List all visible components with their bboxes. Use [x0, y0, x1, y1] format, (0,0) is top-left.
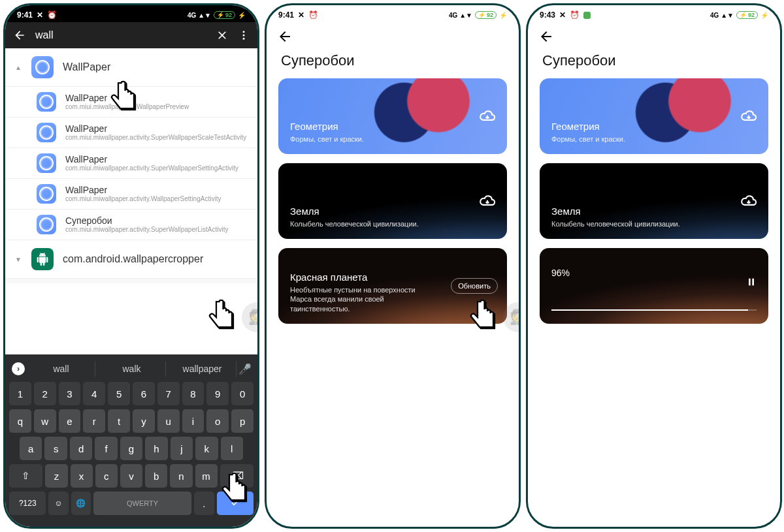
- key[interactable]: 5: [108, 382, 130, 405]
- card-subtitle: Колыбель человеческой цивилизации.: [551, 219, 695, 228]
- download-icon[interactable]: [740, 192, 758, 210]
- card-mars[interactable]: Красная планета Необъятные пустыни на по…: [278, 248, 507, 324]
- back-icon[interactable]: [538, 29, 554, 44]
- key[interactable]: 8: [182, 382, 204, 405]
- emoji-key[interactable]: ☺: [48, 492, 68, 515]
- alarm-icon: ⏰: [308, 10, 318, 20]
- key[interactable]: p: [231, 409, 253, 433]
- charge-icon: ⚡: [499, 12, 507, 19]
- chevron-up-icon: ▲: [14, 64, 22, 71]
- key[interactable]: m: [195, 464, 218, 488]
- key[interactable]: 4: [83, 382, 105, 405]
- back-icon[interactable]: [277, 29, 293, 44]
- key[interactable]: e: [59, 409, 81, 433]
- key[interactable]: v: [120, 464, 142, 488]
- backspace-key[interactable]: ⌫: [220, 464, 253, 488]
- activity-item[interactable]: Суперобоиcom.miui.miwallpaper.activity.S…: [5, 210, 257, 240]
- recording-icon: [583, 12, 591, 19]
- expand-icon[interactable]: ›: [12, 362, 25, 375]
- clear-icon[interactable]: [216, 29, 229, 42]
- status-time: 9:43: [540, 10, 555, 20]
- activity-item[interactable]: WallPapercom.miui.miwallpaper.activity.S…: [5, 148, 257, 179]
- symbols-key[interactable]: ?123: [9, 492, 46, 515]
- back-icon[interactable]: [13, 29, 26, 42]
- card-geometry[interactable]: Геометрия Формы, свет и краски.: [540, 78, 768, 154]
- activity-item[interactable]: WallPapercom.miui.miwallpaper.activity.W…: [5, 179, 257, 210]
- key[interactable]: u: [157, 409, 180, 433]
- key[interactable]: 7: [157, 382, 180, 405]
- network-icon: 4G ▲▼: [449, 12, 472, 19]
- key[interactable]: l: [221, 437, 243, 460]
- key[interactable]: 1: [9, 382, 31, 405]
- card-title: Земля: [551, 206, 757, 217]
- key[interactable]: 3: [59, 382, 81, 405]
- key[interactable]: x: [71, 464, 93, 488]
- enter-key[interactable]: [217, 492, 253, 515]
- suggestion[interactable]: wallpaper: [169, 361, 237, 377]
- download-icon[interactable]: [740, 107, 758, 125]
- key[interactable]: 6: [133, 382, 155, 405]
- card-earth[interactable]: Земля Колыбель человеческой цивилизации.: [540, 163, 768, 239]
- status-time: 9:41: [17, 10, 33, 20]
- key[interactable]: h: [145, 437, 167, 460]
- card-subtitle: Колыбель человеческой цивилизации.: [290, 219, 434, 228]
- overflow-icon[interactable]: [238, 29, 250, 41]
- wallpaper-app-icon: [37, 92, 56, 112]
- keyboard: › wall walk wallpaper 🎤 1234567890 qwert…: [5, 354, 257, 527]
- key[interactable]: s: [44, 437, 67, 460]
- key[interactable]: 9: [206, 382, 229, 405]
- key[interactable]: o: [206, 409, 229, 433]
- charge-icon: ⚡: [238, 12, 246, 19]
- card-mars-downloading[interactable]: 96%: [540, 248, 768, 324]
- status-time: 9:41: [278, 10, 294, 20]
- wallpaper-app-icon: [31, 56, 54, 78]
- key[interactable]: b: [145, 464, 167, 488]
- cursor-hand-icon: [201, 296, 243, 343]
- app-group-wallpaper[interactable]: ▲ WallPaper: [5, 48, 257, 87]
- key[interactable]: j: [171, 437, 193, 460]
- key[interactable]: y: [133, 409, 155, 433]
- activity-item[interactable]: WallPapercom.miui.miwallpaper.MiWallpape…: [5, 87, 257, 117]
- card-geometry[interactable]: Геометрия Формы, свет и краски.: [278, 78, 507, 154]
- card-earth[interactable]: Земля Колыбель человеческой цивилизации.: [278, 163, 507, 239]
- key[interactable]: c: [95, 464, 118, 488]
- key[interactable]: i: [182, 409, 204, 433]
- download-icon[interactable]: [478, 107, 497, 125]
- key[interactable]: 2: [34, 382, 56, 405]
- suggestion[interactable]: walk: [98, 361, 166, 377]
- key[interactable]: t: [108, 409, 130, 433]
- app-group-cropper[interactable]: ▼ com.android.wallpapercropper: [5, 240, 257, 279]
- wallpaper-cards: Геометрия Формы, свет и краски. Земля Ко…: [267, 78, 519, 324]
- dnd-icon: ✕: [559, 10, 566, 20]
- wallpaper-app-icon: [37, 215, 56, 234]
- space-key[interactable]: QWERTY: [93, 492, 192, 515]
- globe-key[interactable]: 🌐: [71, 492, 91, 515]
- activity-item[interactable]: WallPapercom.miui.miwallpaper.activity.S…: [5, 117, 257, 148]
- key[interactable]: z: [45, 464, 67, 488]
- pause-icon[interactable]: [746, 277, 757, 287]
- key[interactable]: d: [70, 437, 92, 460]
- battery-indicator: ⚡92: [736, 11, 758, 19]
- key[interactable]: 0: [231, 382, 253, 405]
- key[interactable]: a: [20, 437, 42, 460]
- key[interactable]: w: [34, 409, 56, 433]
- battery-indicator: ⚡92: [214, 11, 235, 19]
- search-input[interactable]: [35, 29, 206, 41]
- key[interactable]: k: [195, 437, 218, 460]
- key[interactable]: q: [9, 409, 31, 433]
- period-key[interactable]: .: [194, 492, 214, 515]
- phone-screen-1: 9:41 ✕ ⏰ 4G ▲▼ ⚡92 ⚡ ▲ WallPaper WallP: [3, 3, 259, 529]
- alarm-icon: ⏰: [570, 10, 580, 20]
- download-icon[interactable]: [478, 192, 497, 210]
- key[interactable]: n: [170, 464, 192, 488]
- key[interactable]: f: [95, 437, 117, 460]
- key[interactable]: g: [120, 437, 142, 460]
- key[interactable]: r: [83, 409, 105, 433]
- update-button[interactable]: Обновить: [451, 278, 498, 294]
- shift-key[interactable]: ⇧: [9, 464, 42, 488]
- suggestion[interactable]: wall: [27, 361, 95, 377]
- network-icon: 4G ▲▼: [710, 12, 734, 19]
- wallpaper-cards: Геометрия Формы, свет и краски. Земля Ко…: [528, 78, 780, 324]
- mic-icon[interactable]: 🎤: [239, 363, 251, 375]
- wallpaper-app-icon: [37, 153, 56, 173]
